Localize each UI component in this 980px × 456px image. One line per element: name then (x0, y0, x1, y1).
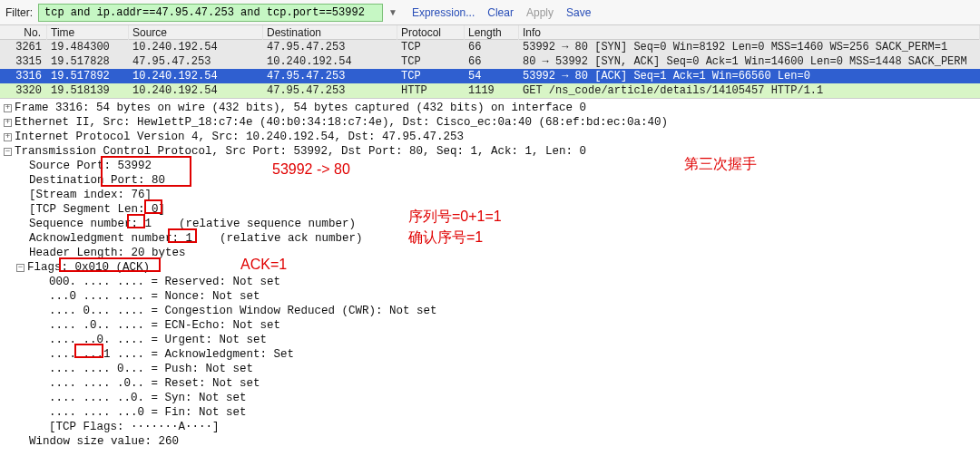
ethernet-summary[interactable]: +Ethernet II, Src: HewlettP_18:c7:4e (40… (4, 115, 980, 130)
sequence-number[interactable]: Sequence number: 1 (relative sequence nu… (4, 217, 980, 231)
cell-len: 54 (465, 69, 519, 83)
flags-summary[interactable]: −Flags: 0x010 (ACK) (4, 260, 980, 275)
flag-ack[interactable]: .... ...1 .... = Acknowledgment: Set (4, 347, 980, 362)
packet-row[interactable]: 326119.48430010.240.192.5447.95.47.253TC… (0, 40, 980, 54)
cell-len: 66 (465, 40, 519, 54)
col-dst[interactable]: Destination (263, 25, 397, 40)
packet-row[interactable]: 331619.51789210.240.192.5447.95.47.253TC… (0, 69, 980, 83)
packet-list-header[interactable]: No. Time Source Destination Protocol Len… (0, 25, 980, 40)
flag-ecn[interactable]: .... .0.. .... = ECN-Echo: Not set (4, 318, 980, 333)
expand-icon[interactable]: + (4, 119, 12, 127)
frame-summary[interactable]: +Frame 3316: 54 bytes on wire (432 bits)… (4, 101, 980, 115)
flag-nonce[interactable]: ...0 .... .... = Nonce: Not set (4, 289, 980, 304)
col-src[interactable]: Source (129, 25, 263, 40)
cell-dst: 47.95.47.253 (263, 40, 397, 54)
cell-time: 19.518139 (47, 83, 129, 98)
header-length[interactable]: Header Length: 20 bytes (4, 246, 980, 260)
cell-len: 1119 (465, 83, 519, 98)
cell-src: 47.95.47.253 (129, 54, 263, 69)
tcp-summary[interactable]: −Transmission Control Protocol, Src Port… (4, 144, 980, 159)
cell-len: 66 (465, 54, 519, 69)
col-proto[interactable]: Protocol (397, 25, 465, 40)
window-size[interactable]: Window size value: 260 (4, 434, 980, 449)
expand-icon[interactable]: + (4, 133, 12, 141)
packet-row[interactable]: 331519.51782847.95.47.25310.240.192.54TC… (0, 54, 980, 69)
packet-details-pane: +Frame 3316: 54 bytes on wire (432 bits)… (0, 99, 980, 449)
save-link[interactable]: Save (566, 6, 591, 19)
col-no[interactable]: No. (0, 25, 47, 40)
col-time[interactable]: Time (47, 25, 129, 40)
collapse-icon[interactable]: − (4, 148, 12, 156)
dropdown-icon[interactable]: ▼ (388, 7, 397, 17)
cell-proto: TCP (397, 40, 465, 54)
destination-port[interactable]: Destination Port: 80 (4, 173, 980, 188)
cell-src: 10.240.192.54 (129, 40, 263, 54)
expression-link[interactable]: Expression... (412, 6, 475, 19)
filter-label: Filter: (5, 6, 33, 19)
ack-number[interactable]: Acknowledgment number: 1 (relative ack n… (4, 231, 980, 246)
cell-time: 19.517828 (47, 54, 129, 69)
cell-time: 19.517892 (47, 69, 129, 83)
tcp-flags-string[interactable]: [TCP Flags: ·······A····] (4, 420, 980, 434)
cell-info: 80 → 53992 [SYN, ACK] Seq=0 Ack=1 Win=14… (519, 54, 980, 69)
col-info[interactable]: Info (519, 25, 980, 40)
collapse-icon[interactable]: − (16, 264, 24, 272)
cell-proto: TCP (397, 54, 465, 69)
filter-bar: Filter: ▼ Expression... Clear Apply Save (0, 0, 980, 25)
ip-summary[interactable]: +Internet Protocol Version 4, Src: 10.24… (4, 130, 980, 144)
flag-push[interactable]: .... .... 0... = Push: Not set (4, 362, 980, 376)
cell-no: 3315 (0, 54, 47, 69)
packet-list-pane: No. Time Source Destination Protocol Len… (0, 25, 980, 99)
cell-dst: 47.95.47.253 (263, 83, 397, 98)
filter-actions: Expression... Clear Apply Save (412, 6, 591, 19)
source-port[interactable]: Source Port: 53992 (4, 159, 980, 173)
cell-no: 3316 (0, 69, 47, 83)
cell-time: 19.484300 (47, 40, 129, 54)
apply-link[interactable]: Apply (526, 6, 554, 19)
cell-proto: TCP (397, 69, 465, 83)
col-len[interactable]: Length (465, 25, 519, 40)
flag-fin[interactable]: .... .... ...0 = Fin: Not set (4, 405, 980, 420)
cell-src: 10.240.192.54 (129, 69, 263, 83)
cell-info: 53992 → 80 [ACK] Seq=1 Ack=1 Win=66560 L… (519, 69, 980, 83)
cell-proto: HTTP (397, 83, 465, 98)
cell-no: 3261 (0, 40, 47, 54)
cell-dst: 10.240.192.54 (263, 54, 397, 69)
cell-dst: 47.95.47.253 (263, 69, 397, 83)
flag-urgent[interactable]: .... ..0. .... = Urgent: Not set (4, 333, 980, 347)
cell-src: 10.240.192.54 (129, 83, 263, 98)
stream-index[interactable]: [Stream index: 76] (4, 188, 980, 202)
cell-info: 53992 → 80 [SYN] Seq=0 Win=8192 Len=0 MS… (519, 40, 980, 54)
cell-info: GET /ns_code/article/details/14105457 HT… (519, 83, 980, 98)
packet-row[interactable]: 332019.51813910.240.192.5447.95.47.253HT… (0, 83, 980, 98)
flag-syn[interactable]: .... .... ..0. = Syn: Not set (4, 391, 980, 405)
expand-icon[interactable]: + (4, 104, 12, 112)
filter-input[interactable] (38, 4, 383, 22)
flag-cwr[interactable]: .... 0... .... = Congestion Window Reduc… (4, 304, 980, 318)
flag-reset[interactable]: .... .... .0.. = Reset: Not set (4, 376, 980, 391)
cell-no: 3320 (0, 83, 47, 98)
flag-reserved[interactable]: 000. .... .... = Reserved: Not set (4, 275, 980, 289)
clear-link[interactable]: Clear (487, 6, 514, 19)
tcp-segment-len[interactable]: [TCP Segment Len: 0] (4, 202, 980, 217)
